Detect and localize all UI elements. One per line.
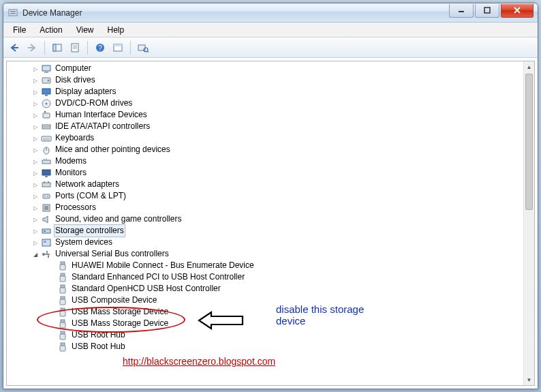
expander-closed-icon[interactable]: [31, 86, 40, 98]
expander-closed-icon[interactable]: [31, 144, 40, 156]
category-label[interactable]: Mice and other pointing devices: [54, 144, 172, 155]
tree-category[interactable]: System devices: [8, 237, 523, 248]
category-label[interactable]: Computer: [54, 63, 93, 74]
category-label[interactable]: Monitors: [54, 167, 88, 179]
tree-category[interactable]: Network adapters: [8, 179, 523, 190]
tree-category[interactable]: Display adapters: [8, 86, 523, 97]
tree-device[interactable]: USB Composite Device: [8, 295, 523, 306]
tree-category[interactable]: DVD/CD-ROM drives: [8, 97, 523, 109]
toolbar-btn-1[interactable]: [49, 40, 65, 55]
forward-button[interactable]: [24, 40, 40, 55]
category-label[interactable]: Display adapters: [54, 86, 117, 97]
category-label[interactable]: IDE ATA/ATAPI controllers: [54, 121, 151, 132]
tree-category[interactable]: Sound, video and game controllers: [8, 213, 523, 225]
tree-device[interactable]: USB Mass Storage Device: [8, 306, 523, 318]
tree-category[interactable]: Disk drives: [8, 74, 523, 86]
category-label[interactable]: System devices: [54, 237, 114, 248]
expander-closed-icon[interactable]: [31, 109, 40, 121]
svg-rect-58: [60, 346, 65, 351]
svg-point-40: [42, 253, 45, 256]
expander-closed-icon[interactable]: [31, 63, 40, 75]
minimize-button[interactable]: [449, 4, 474, 18]
close-button[interactable]: [501, 4, 534, 18]
tree-device[interactable]: USB Root Hub: [8, 341, 523, 352]
tree-device[interactable]: Standard OpenHCD USB Host Controller: [8, 283, 523, 295]
expander-closed-icon[interactable]: [31, 225, 40, 237]
expander-closed-icon[interactable]: [31, 132, 40, 145]
menu-file[interactable]: File: [6, 24, 33, 36]
svg-rect-48: [60, 288, 65, 293]
tree-device[interactable]: USB Root Hub: [8, 329, 523, 341]
expander-closed-icon[interactable]: [31, 190, 40, 202]
category-icon: [41, 237, 52, 248]
device-tree[interactable]: ComputerDisk drivesDisplay adaptersDVD/C…: [8, 63, 523, 384]
device-label[interactable]: USB Root Hub: [70, 329, 127, 341]
category-label[interactable]: Storage controllers: [54, 224, 125, 237]
tree-category[interactable]: Human Interface Devices: [8, 109, 523, 121]
tree-category[interactable]: Monitors: [8, 167, 523, 179]
svg-rect-42: [48, 256, 49, 258]
tree-device[interactable]: HUAWEI Mobile Connect - Bus Enumerate De…: [8, 260, 523, 271]
category-label[interactable]: Sound, video and game controllers: [54, 213, 183, 225]
scroll-up-arrow-icon[interactable]: ▲: [524, 61, 534, 72]
category-label[interactable]: Modems: [54, 155, 88, 167]
scrollbar-thumb[interactable]: [525, 74, 533, 210]
tree-category[interactable]: Processors: [8, 202, 523, 213]
device-label[interactable]: Standard OpenHCD USB Host Controller: [70, 283, 222, 295]
category-icon: [41, 202, 52, 213]
expander-closed-icon[interactable]: [31, 167, 40, 179]
tree-category[interactable]: Mice and other pointing devices: [8, 144, 523, 155]
tree-category[interactable]: Keyboards: [8, 132, 523, 144]
device-label[interactable]: Standard Enhanced PCI to USB Host Contro…: [70, 271, 246, 283]
tree-category[interactable]: Universal Serial Bus controllers: [8, 248, 523, 260]
maximize-button[interactable]: [475, 4, 499, 18]
tree-category[interactable]: Storage controllers: [8, 225, 523, 237]
tree-category[interactable]: IDE ATA/ATAPI controllers: [8, 121, 523, 132]
category-label[interactable]: Universal Serial Bus controllers: [54, 248, 170, 260]
category-label[interactable]: Keyboards: [54, 132, 95, 144]
expander-closed-icon[interactable]: [31, 202, 40, 214]
scan-button[interactable]: [135, 40, 151, 55]
expander-open-icon[interactable]: [31, 248, 40, 260]
svg-rect-2: [10, 13, 16, 14]
device-label[interactable]: HUAWEI Mobile Connect - Bus Enumerate De…: [70, 260, 256, 271]
tree-device[interactable]: USB Mass Storage Device: [8, 318, 523, 329]
window-controls: [449, 4, 538, 18]
menu-view[interactable]: View: [69, 24, 101, 36]
expander-closed-icon[interactable]: [31, 237, 40, 249]
device-label[interactable]: USB Mass Storage Device: [70, 306, 170, 318]
back-button[interactable]: [6, 40, 22, 55]
device-label[interactable]: USB Mass Storage Device: [70, 318, 170, 329]
expander-closed-icon[interactable]: [31, 155, 40, 168]
category-icon: [41, 168, 52, 179]
category-label[interactable]: Processors: [54, 202, 97, 213]
category-icon: [41, 75, 52, 86]
category-label[interactable]: Ports (COM & LPT): [54, 190, 127, 202]
category-label[interactable]: Network adapters: [54, 179, 121, 190]
expander-closed-icon[interactable]: [31, 179, 40, 191]
help-button[interactable]: ?: [92, 40, 108, 55]
svg-rect-14: [42, 65, 50, 71]
category-label[interactable]: DVD/CD-ROM drives: [54, 97, 134, 109]
svg-rect-11: [114, 44, 122, 46]
category-label[interactable]: Disk drives: [54, 74, 97, 86]
scroll-down-arrow-icon[interactable]: ▼: [524, 374, 534, 385]
toolbar-btn-4[interactable]: [110, 40, 126, 55]
tree-device[interactable]: Standard Enhanced PCI to USB Host Contro…: [8, 271, 523, 283]
tree-category[interactable]: Computer: [8, 63, 523, 74]
device-label[interactable]: USB Composite Device: [70, 295, 158, 306]
expander-closed-icon[interactable]: [31, 121, 40, 133]
device-label[interactable]: USB Root Hub: [70, 341, 127, 352]
titlebar[interactable]: Device Manager: [3, 3, 538, 22]
category-label[interactable]: Human Interface Devices: [54, 109, 149, 121]
expander-closed-icon[interactable]: [31, 213, 40, 226]
menu-help[interactable]: Help: [101, 24, 132, 36]
toolbar-btn-2[interactable]: [67, 40, 83, 55]
expander-closed-icon[interactable]: [31, 74, 40, 87]
vertical-scrollbar[interactable]: ▲ ▼: [523, 61, 534, 385]
tree-category[interactable]: Ports (COM & LPT): [8, 190, 523, 202]
svg-rect-36: [42, 229, 50, 233]
tree-category[interactable]: Modems: [8, 155, 523, 167]
menu-action[interactable]: Action: [33, 24, 69, 36]
expander-closed-icon[interactable]: [31, 97, 40, 110]
